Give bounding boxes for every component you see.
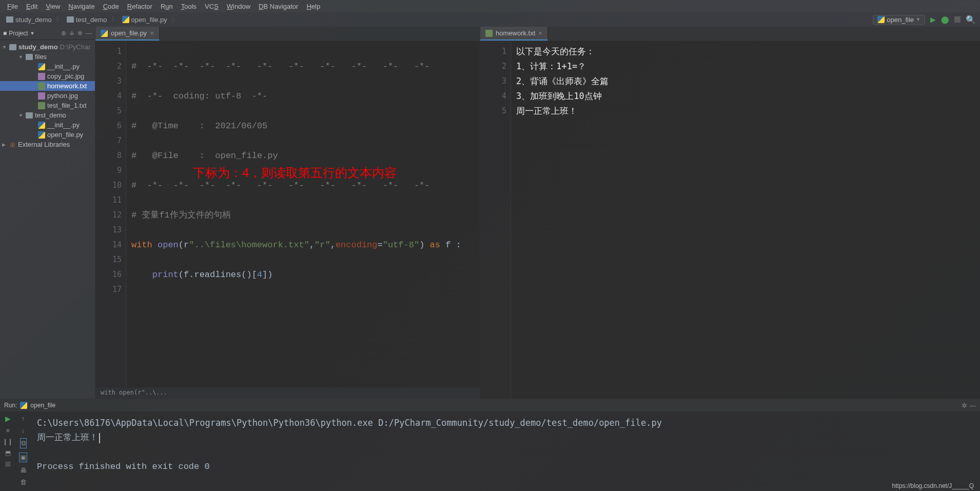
tree-item[interactable]: __init__.py [0,62,95,71]
tree-root[interactable]: ▼ study_demo D:\PyChar [0,42,95,52]
annotation-text: 下标为：4，则读取第五行的文本内容 [193,165,397,180]
tree-label: test_file_1.txt [47,102,87,109]
gear-icon[interactable]: ✲ — [962,402,976,409]
menu-run[interactable]: Run [156,2,177,11]
editor-tab[interactable]: open_file.py × [95,27,160,41]
editor-tab[interactable]: homework.txt × [480,27,548,41]
watermark: https://blog.csdn.net/J_____Q [886,481,980,491]
menu-vcs[interactable]: VCS [201,2,223,11]
tree-item[interactable]: open_file.py [0,130,95,140]
search-icon[interactable]: 🔍 [966,15,976,25]
menu-tools[interactable]: Tools [177,2,201,11]
run-panel-header: Run: open_file ✲ — [0,399,980,411]
hide-icon[interactable]: — [86,30,92,37]
project-tree[interactable]: ▼ study_demo D:\PyChar ▼files__init__.py… [0,40,95,151]
menu-navigate[interactable]: Navigate [64,2,99,11]
text-line: 1、计算：1+1=？ [516,59,975,74]
menu-refactor[interactable]: Refactor [123,2,156,11]
project-panel-title[interactable]: ■ Project ▼ [3,30,35,37]
tree-item[interactable]: test_file_1.txt [0,101,95,110]
down-button[interactable]: ↓ [22,426,25,434]
breadcrumb-item[interactable]: test_demo [65,16,109,24]
line-number: 15 [95,252,122,267]
line-number: 4 [480,89,506,104]
tree-item[interactable]: python.jpg [0,91,95,101]
image-icon [38,92,45,100]
line-number: 1 [95,44,122,59]
run-toolbar-secondary: ↑ ↓ ⧉ ▣ 🖶 🗑 [15,411,31,491]
menu-view[interactable]: View [42,2,64,11]
close-icon[interactable]: × [150,29,154,37]
tree-item[interactable]: homework.txt [0,81,95,91]
run-button[interactable]: ▶ [930,15,936,24]
folder-icon [6,16,13,23]
chevron-right-icon: 〉 [171,15,178,24]
tree-label: open_file.py [47,131,83,139]
python-icon [101,30,108,37]
line-number: 11 [95,193,122,208]
close-icon[interactable]: × [538,29,542,37]
menu-file[interactable]: File [3,2,22,11]
python-icon [877,16,885,23]
stop-button[interactable]: ■ [6,427,9,434]
project-tool-window: ■ Project ▼ ⊕ ≑ ✲ — ▼ study_demo D:\PyCh… [0,27,95,399]
debug-button[interactable]: ⬤ [941,15,949,24]
menu-code[interactable]: Code [99,2,123,11]
text-line: 以下是今天的任务： [516,44,975,59]
pause-button[interactable]: ❙❙ [3,438,13,445]
line-number: 2 [95,59,122,74]
editor[interactable]: 1234567891011121314151617 # -*- -*- -*- … [95,41,480,387]
tree-item[interactable]: __init__.py [0,120,95,130]
code-area[interactable]: # -*- -*- -*- -*- -*- -*- -*- -*- -*- -*… [126,41,480,387]
dump-button[interactable]: ☒ [5,461,11,468]
exit-button[interactable]: ⬒ [5,449,11,457]
line-number: 10 [95,178,122,193]
line-number: 16 [95,267,122,282]
soft-wrap-button[interactable]: ⧉ [20,438,27,448]
chevron-down-icon: ▼ [2,45,7,50]
chevron-down-icon: ▼ [30,31,35,36]
text-line: 2、背诵《出师表》全篇 [516,74,975,89]
breadcrumb: study_demo 〉 test_demo 〉 open_file.py 〉 [4,15,178,24]
trash-button[interactable]: 🗑 [20,478,27,486]
tree-item[interactable]: ▼test_demo [0,110,95,120]
stop-button[interactable] [954,16,961,23]
rerun-button[interactable]: ▶ [5,415,11,423]
expand-icon[interactable]: ≑ [69,30,74,37]
breadcrumb-item[interactable]: open_file.py [120,16,169,24]
console-line: Process finished with exit code 0 [37,460,974,474]
run-config-dropdown[interactable]: open_file ▼ [873,15,925,25]
console-output[interactable]: C:\Users\86176\AppData\Local\Programs\Py… [31,411,980,491]
editor[interactable]: 12345 以下是今天的任务：1、计算：1+1=？2、背诵《出师表》全篇3、加班… [480,41,980,399]
menu-dbnavigator[interactable]: DB Navigator [254,2,302,11]
tree-label: test_demo [35,111,66,119]
line-number: 6 [95,119,122,133]
line-number: 7 [95,133,122,148]
line-number: 13 [95,223,122,238]
caret-icon [99,433,100,443]
tree-item[interactable]: ▼files [0,52,95,62]
up-button[interactable]: ↑ [22,415,25,422]
code-area[interactable]: 以下是今天的任务：1、计算：1+1=？2、背诵《出师表》全篇3、加班到晚上10点… [511,41,980,399]
file-icon [485,30,493,37]
navigation-bar: study_demo 〉 test_demo 〉 open_file.py 〉 … [0,12,980,27]
gutter: 12345 [480,41,511,399]
gear-icon[interactable]: ✲ [77,30,83,37]
print-button[interactable]: 🖶 [20,466,27,474]
tree-label: python.jpg [47,92,78,100]
gutter: 1234567891011121314151617 [95,41,126,387]
menu-window[interactable]: Window [223,2,254,11]
python-icon [20,402,27,409]
editor-breadcrumb[interactable]: with open(r"..\... [95,387,480,399]
locate-icon[interactable]: ⊕ [61,30,66,37]
tree-external-libraries[interactable]: ▶ ⫼ External Libraries [0,140,95,149]
breadcrumb-item[interactable]: study_demo [4,16,54,24]
line-number: 5 [95,104,122,119]
breadcrumb-label: open_file.py [131,16,167,24]
line-number: 2 [480,59,506,74]
menu-help[interactable]: Help [302,2,324,11]
menu-edit[interactable]: Edit [22,2,42,11]
folder-icon [26,112,33,119]
tree-item[interactable]: copy_pic.jpg [0,71,95,81]
scroll-end-button[interactable]: ▣ [19,453,27,462]
